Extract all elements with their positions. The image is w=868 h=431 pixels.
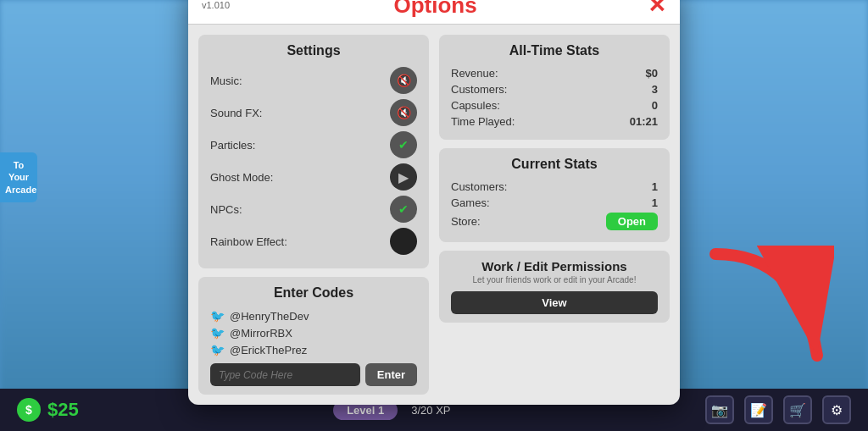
setting-row-rainbow: Rainbow Effect: xyxy=(210,228,417,255)
music-label: Music: xyxy=(210,75,242,87)
rainbow-label: Rainbow Effect: xyxy=(210,235,287,248)
capsules-label: Capsules: xyxy=(451,99,500,112)
twitter-account-1: @HenryTheDev xyxy=(230,310,309,323)
all-time-stats-section: All-Time Stats Revenue: $0 Customers: 3 … xyxy=(439,35,670,140)
options-modal: v1.010 Options ✕ Settings Music: 🔇 xyxy=(188,0,680,405)
permissions-section: Work / Edit Permissions Let your friends… xyxy=(439,251,670,323)
stat-row-revenue: Revenue: $0 xyxy=(451,67,658,80)
permissions-subtitle: Let your friends work or edit in your Ar… xyxy=(451,275,658,285)
right-column: All-Time Stats Revenue: $0 Customers: 3 … xyxy=(439,35,670,395)
stat-row-customers-all: Customers: 3 xyxy=(451,83,658,96)
stat-row-capsules: Capsules: 0 xyxy=(451,99,658,112)
permissions-view-button[interactable]: View xyxy=(451,291,658,314)
store-open-button[interactable]: Open xyxy=(606,213,658,230)
customers-all-value: 3 xyxy=(652,83,658,96)
enter-button[interactable]: Enter xyxy=(365,363,417,386)
rainbow-toggle[interactable] xyxy=(390,228,417,255)
settings-section: Settings Music: 🔇 Sound FX: 🔇 Particles: xyxy=(198,35,429,268)
twitter-item-2: 🐦 @MirrorRBX xyxy=(210,326,417,340)
modal-title: Options xyxy=(230,0,641,19)
customers-current-label: Customers: xyxy=(451,180,507,193)
setting-row-music: Music: 🔇 xyxy=(210,67,417,94)
stat-row-time-played: Time Played: 01:21 xyxy=(451,115,658,128)
setting-row-npcs: NPCs: ✔ xyxy=(210,196,417,223)
twitter-icon-1: 🐦 xyxy=(210,309,225,323)
twitter-icon-3: 🐦 xyxy=(210,343,225,356)
settings-title: Settings xyxy=(210,43,417,58)
capsules-value: 0 xyxy=(652,99,658,112)
permissions-title: Work / Edit Permissions xyxy=(451,259,658,274)
current-stats-title: Current Stats xyxy=(451,157,658,172)
ghostmode-toggle[interactable]: ▶ xyxy=(390,163,417,191)
store-label: Store: xyxy=(451,215,481,228)
left-column: Settings Music: 🔇 Sound FX: 🔇 Particles: xyxy=(198,35,429,395)
npcs-toggle[interactable]: ✔ xyxy=(390,196,417,223)
particles-toggle[interactable]: ✔ xyxy=(390,131,417,158)
customers-current-value: 1 xyxy=(652,180,658,193)
twitter-icon-2: 🐦 xyxy=(210,326,225,340)
stat-row-customers-current: Customers: 1 xyxy=(451,180,658,193)
modal-body: Settings Music: 🔇 Sound FX: 🔇 Particles: xyxy=(188,25,680,405)
setting-row-particles: Particles: ✔ xyxy=(210,131,417,158)
soundfx-label: Sound FX: xyxy=(210,107,262,119)
twitter-account-3: @ErickThePrez xyxy=(230,344,307,356)
all-time-stats-title: All-Time Stats xyxy=(451,43,658,58)
particles-label: Particles: xyxy=(210,139,255,152)
codes-title: Enter Codes xyxy=(210,285,417,301)
twitter-account-2: @MirrorRBX xyxy=(230,327,292,340)
setting-row-ghostmode: Ghost Mode: ▶ xyxy=(210,163,417,191)
games-label: Games: xyxy=(451,196,490,209)
twitter-item-1: 🐦 @HenryTheDev xyxy=(210,309,417,323)
revenue-label: Revenue: xyxy=(451,67,498,80)
codes-section: Enter Codes 🐦 @HenryTheDev 🐦 @MirrorRBX … xyxy=(198,277,429,395)
code-input[interactable] xyxy=(210,363,360,386)
soundfx-toggle[interactable]: 🔇 xyxy=(390,99,417,126)
revenue-value: $0 xyxy=(646,67,658,80)
stat-row-store: Store: Open xyxy=(451,213,658,230)
time-played-label: Time Played: xyxy=(451,115,515,128)
time-played-value: 01:21 xyxy=(630,115,658,128)
modal-overlay: v1.010 Options ✕ Settings Music: 🔇 xyxy=(0,0,868,431)
customers-all-label: Customers: xyxy=(451,83,507,96)
version-text: v1.010 xyxy=(202,0,230,10)
npcs-label: NPCs: xyxy=(210,203,242,216)
current-stats-section: Current Stats Customers: 1 Games: 1 Stor… xyxy=(439,148,670,242)
music-toggle[interactable]: 🔇 xyxy=(390,67,417,94)
ghostmode-label: Ghost Mode: xyxy=(210,171,273,184)
twitter-item-3: 🐦 @ErickThePrez xyxy=(210,343,417,356)
games-value: 1 xyxy=(652,196,658,209)
code-input-row: Enter xyxy=(210,363,417,386)
setting-row-soundfx: Sound FX: 🔇 xyxy=(210,99,417,126)
modal-header: v1.010 Options ✕ xyxy=(188,0,680,25)
close-button[interactable]: ✕ xyxy=(641,0,666,16)
stat-row-games: Games: 1 xyxy=(451,196,658,209)
